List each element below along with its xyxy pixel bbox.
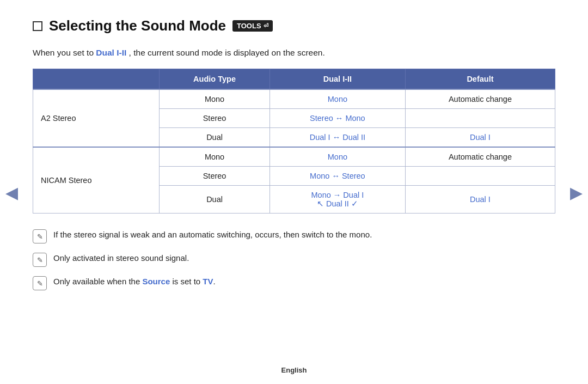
intro-text: When you set to Dual I-II , the current … — [33, 46, 555, 59]
note-icon-2: ✎ — [33, 253, 47, 267]
note-item-3: ✎ Only available when the Source is set … — [33, 276, 555, 290]
tools-label: TOOLS — [237, 22, 261, 30]
notes-section: ✎ If the stereo signal is weak and an au… — [33, 229, 555, 290]
default-cell: Dual I — [405, 186, 555, 214]
default-cell — [405, 109, 555, 128]
note-item-2: ✎ Only activated in stereo sound signal. — [33, 252, 555, 267]
dual-cell: Mono — [270, 89, 405, 109]
footer-text: English — [281, 366, 307, 374]
intro-suffix: , the current sound mode is displayed on… — [129, 48, 325, 57]
page-content: Selecting the Sound Mode TOOLS ⏎ When yo… — [0, 0, 588, 310]
audio-type-cell: Stereo — [160, 167, 270, 186]
default-cell — [405, 167, 555, 186]
nav-arrow-left[interactable]: ◀ — [5, 182, 18, 202]
sound-table: Audio Type Dual I-II Default A2 Stereo M… — [33, 69, 555, 214]
note-text-3: Only available when the Source is set to… — [53, 276, 555, 288]
audio-type-cell: Mono — [160, 89, 270, 109]
dual-cell: Mono ↔ Stereo — [270, 167, 405, 186]
default-cell: Automatic change — [405, 89, 555, 109]
footer: English — [0, 366, 588, 374]
table-row: A2 Stereo Mono Mono Automatic change — [33, 89, 555, 109]
col-header-empty — [33, 69, 160, 90]
audio-type-cell: Stereo — [160, 109, 270, 128]
default-cell: Automatic change — [405, 147, 555, 167]
audio-type-cell: Dual — [160, 186, 270, 214]
intro-prefix: When you set to — [33, 48, 96, 57]
note-item-1: ✎ If the stereo signal is weak and an au… — [33, 229, 555, 243]
page-title-row: Selecting the Sound Mode TOOLS ⏎ — [33, 17, 555, 34]
dual-cell: Stereo ↔ Mono — [270, 109, 405, 128]
table-header-row: Audio Type Dual I-II Default — [33, 69, 555, 90]
dual-cell: Mono — [270, 147, 405, 167]
dual-cell: Dual I ↔ Dual II — [270, 128, 405, 148]
col-header-default: Default — [405, 69, 555, 90]
audio-type-cell: Dual — [160, 128, 270, 148]
table-row: NICAM Stereo Mono Mono Automatic change — [33, 147, 555, 167]
tools-badge: TOOLS ⏎ — [232, 20, 273, 32]
group-label-nicam: NICAM Stereo — [33, 147, 160, 214]
intro-highlight: Dual I-II — [96, 48, 126, 57]
tv-highlight: TV — [203, 277, 213, 286]
audio-type-cell: Mono — [160, 147, 270, 167]
dual-cell: Mono → Dual I↖ Dual II ✓ — [270, 186, 405, 214]
title-checkbox — [33, 21, 42, 31]
tools-return-icon: ⏎ — [264, 22, 268, 29]
note-text-1: If the stereo signal is weak and an auto… — [53, 229, 555, 241]
nav-arrow-right[interactable]: ▶ — [570, 182, 583, 202]
page-title: Selecting the Sound Mode — [49, 17, 226, 34]
note-text-2: Only activated in stereo sound signal. — [53, 252, 555, 265]
source-highlight: Source — [142, 277, 170, 286]
col-header-audio-type: Audio Type — [160, 69, 270, 90]
col-header-dual: Dual I-II — [270, 69, 405, 90]
default-cell: Dual I — [405, 128, 555, 148]
note-icon-1: ✎ — [33, 229, 47, 243]
group-label-a2: A2 Stereo — [33, 89, 160, 147]
note-icon-3: ✎ — [33, 276, 47, 290]
